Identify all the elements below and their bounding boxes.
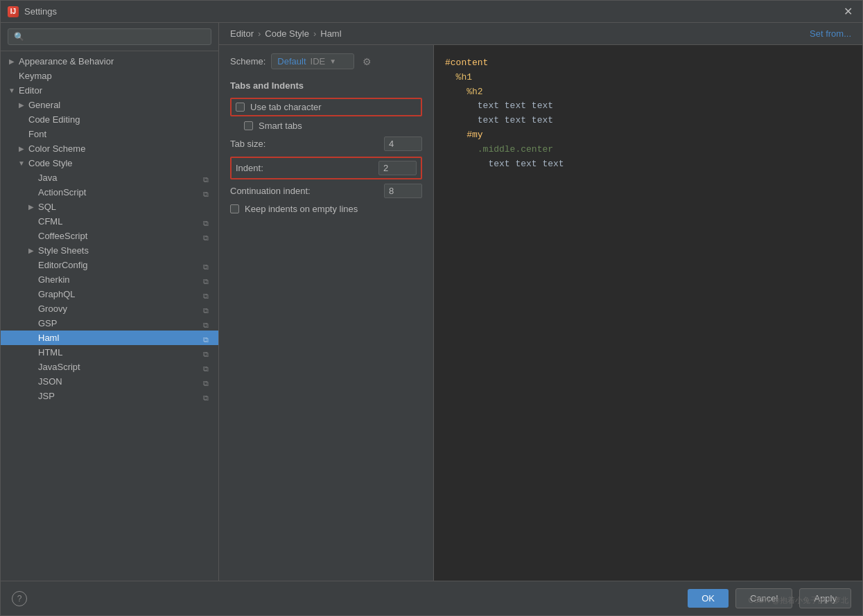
sidebar-item-keymap[interactable]: Keymap (1, 69, 218, 83)
sidebar-item-graphql[interactable]: GraphQL (1, 287, 218, 301)
scheme-suffix: IDE (311, 56, 326, 67)
code-line: text text text (445, 99, 851, 114)
sidebar-label-editorconfig: EditorConfig (38, 260, 88, 270)
sidebar-item-json[interactable]: JSON (1, 374, 218, 389)
copy-icon-coffeescript (203, 232, 211, 240)
scheme-row: Scheme: Default IDE ▼ ⚙ (230, 53, 422, 69)
settings-section: Scheme: Default IDE ▼ ⚙ Tabs and Indents (219, 45, 434, 581)
apply-button[interactable]: Apply (799, 588, 851, 608)
sidebar-label-color-scheme: Color Scheme (28, 143, 85, 154)
sidebar-item-font[interactable]: Font (1, 127, 218, 141)
close-button[interactable]: ✕ (841, 5, 855, 18)
sidebar-item-editorconfig[interactable]: EditorConfig (1, 258, 218, 272)
sidebar-item-gsp[interactable]: GSP (1, 316, 218, 331)
settings-dialog: IJ Settings ✕ Appearance & BehaviorKeyma… (0, 0, 863, 616)
copy-icon-gsp (203, 319, 211, 328)
breadcrumb-editor[interactable]: Editor (230, 28, 254, 39)
sidebar-tree: Appearance & BehaviorKeymapEditorGeneral… (1, 51, 218, 581)
search-input[interactable] (8, 28, 211, 45)
keep-indents-checkbox[interactable] (230, 204, 239, 213)
copy-icon-graphql (203, 290, 211, 299)
sidebar-item-general[interactable]: General (1, 98, 218, 112)
copy-icon-cfml (203, 218, 211, 226)
sidebar-label-keymap: Keymap (19, 71, 52, 81)
scheme-select[interactable]: Default IDE ▼ (271, 53, 354, 69)
tree-arrow-editor (8, 87, 16, 95)
sidebar-label-style-sheets: Style Sheets (38, 245, 89, 256)
tree-arrow-general (17, 101, 26, 109)
sidebar-item-gherkin[interactable]: Gherkin (1, 272, 218, 287)
sidebar-label-json: JSON (38, 376, 62, 387)
title-bar: IJ Settings ✕ (1, 1, 862, 23)
sidebar-label-java: Java (38, 173, 57, 183)
tab-size-input[interactable] (384, 137, 422, 151)
sidebar-item-style-sheets[interactable]: Style Sheets (1, 243, 218, 258)
code-line: %h2 (445, 85, 851, 100)
ok-button[interactable]: OK (688, 589, 729, 608)
scheme-label: Scheme: (230, 56, 265, 67)
copy-icon-javascript (203, 363, 211, 371)
sidebar-item-editor[interactable]: Editor (1, 83, 218, 98)
copy-icon-gherkin (203, 276, 211, 284)
sidebar-label-actionscript: ActionScript (38, 187, 86, 197)
help-button[interactable]: ? (12, 591, 27, 606)
sidebar-item-sql[interactable]: SQL (1, 200, 218, 214)
panel-content: Scheme: Default IDE ▼ ⚙ Tabs and Indents (219, 45, 862, 581)
chevron-down-icon: ▼ (329, 58, 336, 65)
breadcrumb-code-style[interactable]: Code Style (265, 28, 309, 39)
use-tab-character-label: Use tab character (250, 102, 322, 112)
copy-icon-actionscript (203, 188, 211, 197)
code-line: text text text (445, 157, 851, 172)
sidebar-item-groovy[interactable]: Groovy (1, 301, 218, 316)
smart-tabs-row: Smart tabs (230, 121, 422, 131)
app-icon: IJ (8, 6, 19, 17)
sidebar-item-cfml[interactable]: CFML (1, 214, 218, 229)
sidebar-item-jsp[interactable]: JSP (1, 389, 218, 403)
breadcrumb-sep-1: › (258, 28, 261, 39)
tabs-indents-header: Tabs and Indents (230, 80, 422, 91)
sidebar-label-haml: Haml (38, 333, 59, 343)
sidebar-item-coffeescript[interactable]: CoffeeScript (1, 229, 218, 243)
tree-arrow-appearance (8, 58, 16, 66)
sidebar-item-actionscript[interactable]: ActionScript (1, 185, 218, 200)
continuation-indent-row: Continuation indent: (230, 184, 422, 198)
sidebar-label-code-editing: Code Editing (28, 114, 80, 125)
tree-arrow-color-scheme (17, 145, 26, 153)
smart-tabs-checkbox[interactable] (244, 121, 253, 130)
tab-size-row: Tab size: (230, 137, 422, 151)
main-panel: Editor › Code Style › Haml Set from... S… (219, 23, 862, 581)
gear-button[interactable]: ⚙ (360, 55, 374, 69)
keep-indents-row: Keep indents on empty lines (230, 204, 422, 214)
continuation-indent-label: Continuation indent: (230, 186, 384, 196)
sidebar-item-color-scheme[interactable]: Color Scheme (1, 141, 218, 156)
continuation-indent-input[interactable] (384, 184, 422, 198)
code-line: text text text (445, 114, 851, 128)
code-preview: #content %h1 %h2 text text text text tex… (434, 45, 862, 581)
use-tab-character-row: Use tab character (230, 98, 422, 116)
cancel-button[interactable]: Cancel (735, 588, 792, 608)
indent-input[interactable] (378, 161, 417, 175)
sidebar-item-code-editing[interactable]: Code Editing (1, 112, 218, 127)
copy-icon-groovy (203, 305, 211, 313)
sidebar-item-code-style[interactable]: Code Style (1, 156, 218, 170)
sidebar-item-javascript[interactable]: JavaScript (1, 360, 218, 374)
indent-label: Indent: (236, 163, 378, 173)
tree-arrow-style-sheets (27, 247, 35, 255)
sidebar-label-graphql: GraphQL (38, 289, 75, 299)
sidebar-item-java[interactable]: Java (1, 170, 218, 185)
sidebar-label-cfml: CFML (38, 216, 62, 227)
sidebar-label-javascript: JavaScript (38, 362, 80, 372)
sidebar-label-general: General (28, 100, 60, 110)
scheme-value: Default (277, 56, 306, 67)
copy-icon-editorconfig (203, 261, 211, 270)
copy-icon-html (203, 349, 211, 357)
sidebar-item-html[interactable]: HTML (1, 345, 218, 360)
sidebar: Appearance & BehaviorKeymapEditorGeneral… (1, 23, 219, 581)
sidebar-item-appearance[interactable]: Appearance & Behavior (1, 54, 218, 69)
sidebar-item-haml[interactable]: Haml (1, 331, 218, 345)
content-area: Appearance & BehaviorKeymapEditorGeneral… (1, 23, 862, 581)
use-tab-character-checkbox[interactable] (236, 103, 245, 112)
set-from-link[interactable]: Set from... (810, 28, 851, 39)
copy-icon-json (203, 378, 211, 386)
sidebar-label-gsp: GSP (38, 318, 57, 328)
